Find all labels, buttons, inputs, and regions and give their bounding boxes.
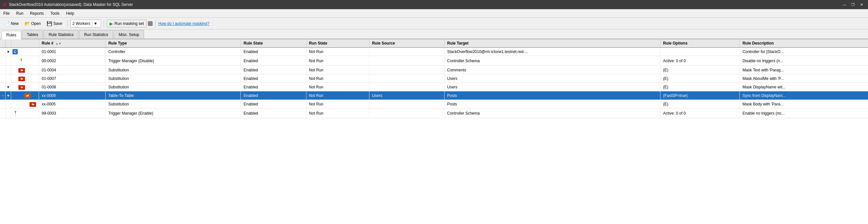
rule-type: Table-To-Table xyxy=(105,91,241,100)
table-row[interactable]: ▾ ≡▶ 01-0008 Substitution Enabled Not Ru… xyxy=(0,83,868,91)
open-icon: 📂 xyxy=(25,21,30,26)
rule-state: Enabled xyxy=(241,74,306,83)
col-rule-state[interactable]: Rule State xyxy=(241,39,306,47)
restore-button[interactable]: ❐ xyxy=(849,1,857,8)
rules-table-area: Rule # ▲▼ Rule Type Rule State Run State… xyxy=(0,39,868,224)
title-bar: ⚙ StackOverflow2010 Automation(unsaved):… xyxy=(0,0,868,9)
toolbar-separator3 xyxy=(155,20,155,27)
rule-num: 01-0007 xyxy=(39,74,105,83)
col-rule-source[interactable]: Rule Source xyxy=(369,39,444,47)
tab-tables[interactable]: Tables xyxy=(22,30,43,39)
rule-source xyxy=(369,83,444,91)
rule-type-icon: ≡▶ xyxy=(30,101,36,107)
rule-state: Enabled xyxy=(241,56,306,66)
rule-options: Active: 0 of 0 xyxy=(660,56,740,66)
rule-num: 01-0004 xyxy=(39,66,105,74)
rule-target: Controller Schema xyxy=(444,56,660,66)
expand-toggle[interactable] xyxy=(6,100,11,108)
expand-toggle[interactable] xyxy=(6,56,11,66)
rule-target: Users xyxy=(444,83,660,91)
workers-label: 2 Workers xyxy=(72,21,90,26)
table-row[interactable]: → ▾ ⇄ xx-0009 Table-To-Table Enabled Not… xyxy=(0,91,868,100)
menu-run[interactable]: Run xyxy=(13,9,27,17)
run-state: Not Run xyxy=(306,56,369,66)
rule-type-icon: ⇄ xyxy=(24,93,31,98)
col-icon xyxy=(11,39,39,47)
current-row-arrow xyxy=(0,100,6,108)
col-rule-target[interactable]: Rule Target xyxy=(444,39,660,47)
rule-desc: Mask DisplayName wit... xyxy=(740,83,868,91)
rule-icon-col: ≡▶ xyxy=(11,83,39,91)
help-link[interactable]: How do I automate masking? xyxy=(158,21,209,26)
toolbar: 📄 New 📂 Open 💾 Save 2 Workers ▼ ▶ Run ma… xyxy=(0,18,868,30)
table-row[interactable]: T↓ 00-0002 Trigger Manager (Disable) Ena… xyxy=(0,56,868,66)
rule-type: Trigger Manager (Enable) xyxy=(105,108,241,118)
menu-reports[interactable]: Reports xyxy=(27,9,47,17)
rule-state: Enabled xyxy=(241,100,306,108)
run-state: Not Run xyxy=(306,47,369,56)
col-rule-type[interactable]: Rule Type xyxy=(105,39,241,47)
minimize-button[interactable]: — xyxy=(840,1,848,8)
rule-options: Active: 0 of 0 xyxy=(660,108,740,118)
tab-misc-setup[interactable]: Misc. Setup xyxy=(114,30,144,39)
rule-desc: Sync from DisplayNam... xyxy=(740,91,868,100)
table-row[interactable]: T↑ 99-0003 Trigger Manager (Enable) Enab… xyxy=(0,108,868,118)
run-state: Not Run xyxy=(306,74,369,83)
run-button[interactable]: ▶ Run masking set xyxy=(106,20,147,28)
expand-toggle[interactable]: ▾ xyxy=(6,47,11,56)
rule-type-icon: ≡▶ xyxy=(19,76,25,81)
save-label: Save xyxy=(53,21,62,26)
rule-num: xx-0005 xyxy=(39,100,105,108)
expand-toggle[interactable] xyxy=(6,74,11,83)
menu-help[interactable]: Help xyxy=(63,9,78,17)
expand-toggle[interactable]: ▾ xyxy=(6,83,11,91)
expand-toggle[interactable] xyxy=(6,66,11,74)
tab-run-statistics[interactable]: Run Statistics xyxy=(79,30,113,39)
rule-icon-col: T↑ xyxy=(11,108,39,118)
rule-source xyxy=(369,100,444,108)
menu-tools[interactable]: Tools xyxy=(47,9,63,17)
tab-rule-statistics[interactable]: Rule Statistics xyxy=(43,30,79,39)
rule-options: (E) xyxy=(660,74,740,83)
col-rule-desc[interactable]: Rule Description xyxy=(740,39,868,47)
expand-toggle[interactable] xyxy=(6,108,11,118)
open-button[interactable]: 📂 Open xyxy=(22,20,43,28)
close-button[interactable]: ✕ xyxy=(858,1,865,8)
new-icon: 📄 xyxy=(4,21,10,26)
col-expand xyxy=(6,39,11,47)
rule-icon-col: ≡▶ xyxy=(11,66,39,74)
workers-dropdown-arrow[interactable]: ▼ xyxy=(92,21,99,27)
expand-toggle[interactable]: ▾ xyxy=(6,91,11,100)
rule-icon-col: ≡▶ xyxy=(11,100,39,108)
table-row[interactable]: ≡▶ xx-0005 Substitution Enabled Not Run … xyxy=(0,100,868,108)
col-rule-num[interactable]: Rule # ▲▼ xyxy=(39,39,105,47)
rule-target: Users xyxy=(444,74,660,83)
tab-rules[interactable]: Rules xyxy=(1,31,21,39)
col-run-state[interactable]: Run State xyxy=(306,39,369,47)
new-button[interactable]: 📄 New xyxy=(2,20,21,28)
rule-target: Posts xyxy=(444,91,660,100)
rule-source xyxy=(369,108,444,118)
rule-target: Posts xyxy=(444,100,660,108)
rule-source: Users xyxy=(369,91,444,100)
new-label: New xyxy=(11,21,19,26)
rule-state: Enabled xyxy=(241,91,306,100)
rule-source xyxy=(369,56,444,66)
rule-options: (E) xyxy=(660,100,740,108)
rule-target: Comments xyxy=(444,66,660,74)
rule-source xyxy=(369,66,444,74)
menu-file[interactable]: File xyxy=(0,9,13,17)
col-arrow xyxy=(0,39,6,47)
current-row-arrow: → xyxy=(0,91,6,100)
table-row[interactable]: ≡▶ 01-0004 Substitution Enabled Not Run … xyxy=(0,66,868,74)
col-rule-options[interactable]: Rule Options xyxy=(660,39,740,47)
rule-target: Controller Schema xyxy=(444,108,660,118)
stop-button[interactable] xyxy=(148,21,153,26)
current-row-arrow xyxy=(0,66,6,74)
sort-arrow-rule-num: ▲▼ xyxy=(56,42,61,45)
save-button[interactable]: 💾 Save xyxy=(44,20,64,28)
workers-selector[interactable]: 2 Workers ▼ xyxy=(70,20,101,28)
rule-desc: Mask Body with 'Para... xyxy=(740,100,868,108)
table-row[interactable]: ▾ C 01-0001 Controller Enabled Not Run S… xyxy=(0,47,868,56)
table-row[interactable]: ≡▶ 01-0007 Substitution Enabled Not Run … xyxy=(0,74,868,83)
